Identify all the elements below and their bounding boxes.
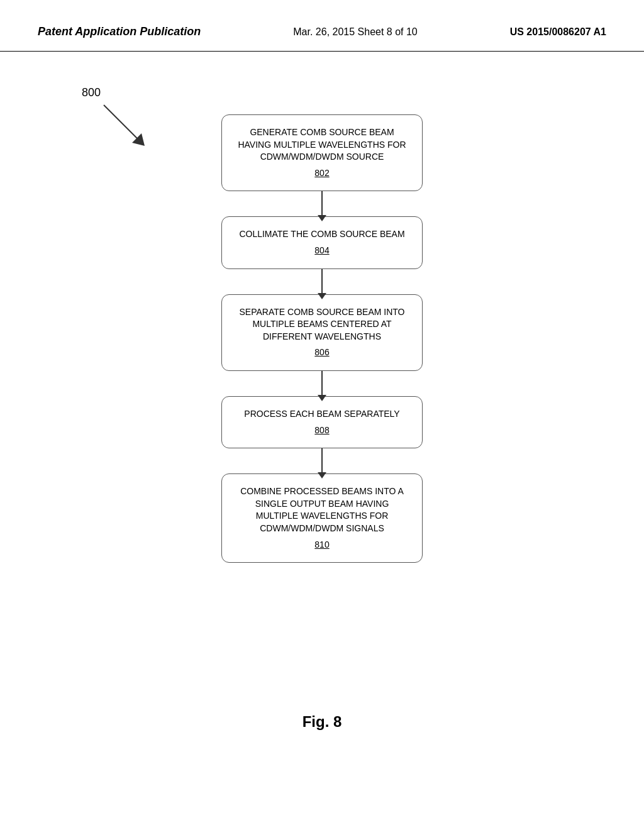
diagram-area: 800 GENERATE COMB SOURCE BEAM HAVING MUL… [0, 52, 644, 768]
flow-box-808: PROCESS EACH BEAM SEPARATELY 808 [221, 396, 423, 448]
flow-box-804: COLLIMATE THE COMB SOURCE BEAM 804 [221, 216, 423, 268]
flow-box-806-number: 806 [235, 346, 409, 359]
flow-box-808-text: PROCESS EACH BEAM SEPARATELY [244, 409, 399, 419]
flow-box-806-text: SEPARATE COMB SOURCE BEAM INTO MULTIPLE … [240, 307, 405, 341]
patent-number: US 2015/0086207 A1 [510, 26, 606, 38]
arrow-808-to-810 [321, 448, 323, 473]
date-sheet-info: Mar. 26, 2015 Sheet 8 of 10 [293, 26, 417, 38]
flow-box-808-number: 808 [235, 424, 409, 437]
publication-label: Patent Application Publication [38, 25, 201, 38]
flow-box-802-number: 802 [235, 167, 409, 180]
arrow-802-to-804 [321, 191, 323, 216]
flow-box-802: GENERATE COMB SOURCE BEAM HAVING MULTIPL… [221, 114, 423, 191]
figure-caption: Fig. 8 [303, 713, 342, 731]
flow-box-804-number: 804 [235, 245, 409, 257]
fig-label-text: Fig. 8 [303, 713, 342, 730]
flow-box-802-text: GENERATE COMB SOURCE BEAM HAVING MULTIPL… [238, 127, 406, 162]
flow-box-810: COMBINE PROCESSED BEAMS INTO A SINGLE OU… [221, 473, 423, 563]
flow-box-806: SEPARATE COMB SOURCE BEAM INTO MULTIPLE … [221, 294, 423, 371]
flow-box-804-text: COLLIMATE THE COMB SOURCE BEAM [239, 229, 404, 239]
flowchart-container: GENERATE COMB SOURCE BEAM HAVING MULTIPL… [221, 114, 423, 563]
flow-box-810-text: COMBINE PROCESSED BEAMS INTO A SINGLE OU… [240, 486, 404, 533]
arrow-806-to-808 [321, 371, 323, 396]
flow-box-810-number: 810 [235, 539, 409, 551]
arrow-804-to-806 [321, 269, 323, 294]
diagonal-arrow-icon [97, 99, 148, 152]
svg-line-0 [104, 105, 138, 140]
figure-800-label: 800 [82, 86, 101, 99]
page-header: Patent Application Publication Mar. 26, … [0, 0, 644, 52]
